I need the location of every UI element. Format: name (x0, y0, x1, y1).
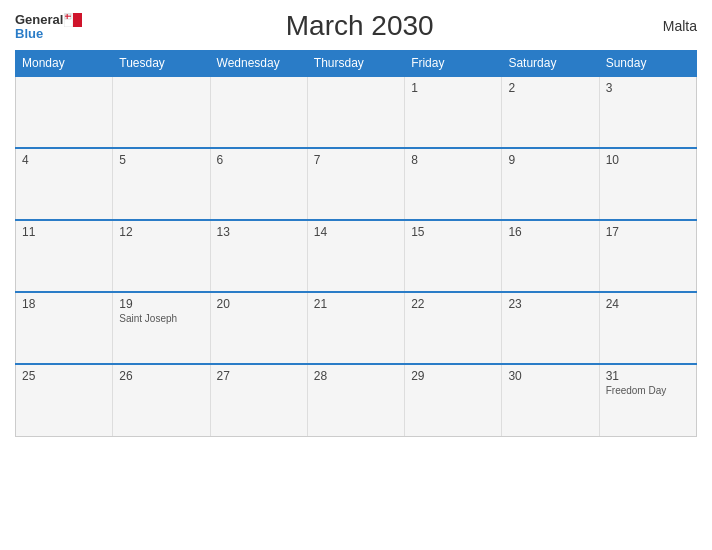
day-number: 9 (508, 153, 592, 167)
calendar-day-cell: 14 (307, 220, 404, 292)
col-tuesday: Tuesday (113, 51, 210, 77)
col-friday: Friday (405, 51, 502, 77)
calendar-day-cell: 28 (307, 364, 404, 436)
calendar-day-cell: 19Saint Joseph (113, 292, 210, 364)
page-title: March 2030 (82, 10, 637, 42)
calendar-day-cell: 22 (405, 292, 502, 364)
calendar-day-cell: 2 (502, 76, 599, 148)
calendar-week-row: 45678910 (16, 148, 697, 220)
calendar-day-cell: 31Freedom Day (599, 364, 696, 436)
day-number: 2 (508, 81, 592, 95)
svg-rect-4 (65, 15, 71, 17)
calendar-day-cell: 10 (599, 148, 696, 220)
day-number: 21 (314, 297, 398, 311)
day-number: 11 (22, 225, 106, 239)
calendar-day-cell: 20 (210, 292, 307, 364)
calendar-day-cell: 6 (210, 148, 307, 220)
calendar-week-row: 123 (16, 76, 697, 148)
day-number: 12 (119, 225, 203, 239)
holiday-label: Freedom Day (606, 385, 690, 396)
day-number: 4 (22, 153, 106, 167)
day-number: 17 (606, 225, 690, 239)
col-wednesday: Wednesday (210, 51, 307, 77)
day-number: 1 (411, 81, 495, 95)
calendar-day-cell (113, 76, 210, 148)
calendar-day-cell: 9 (502, 148, 599, 220)
calendar-day-cell: 7 (307, 148, 404, 220)
calendar-table: Monday Tuesday Wednesday Thursday Friday… (15, 50, 697, 437)
calendar-day-cell: 23 (502, 292, 599, 364)
day-number: 31 (606, 369, 690, 383)
page: General Blue March 2030 Malta Monday (0, 0, 712, 550)
day-number: 14 (314, 225, 398, 239)
day-number: 28 (314, 369, 398, 383)
calendar-day-cell: 21 (307, 292, 404, 364)
calendar-day-cell: 3 (599, 76, 696, 148)
calendar-day-cell: 8 (405, 148, 502, 220)
day-number: 10 (606, 153, 690, 167)
day-number: 18 (22, 297, 106, 311)
day-number: 16 (508, 225, 592, 239)
calendar-day-cell: 16 (502, 220, 599, 292)
day-number: 6 (217, 153, 301, 167)
svg-rect-0 (64, 13, 73, 27)
col-saturday: Saturday (502, 51, 599, 77)
day-number: 25 (22, 369, 106, 383)
col-monday: Monday (16, 51, 113, 77)
logo: General Blue (15, 13, 82, 40)
day-number: 26 (119, 369, 203, 383)
day-number: 8 (411, 153, 495, 167)
calendar-day-cell (16, 76, 113, 148)
calendar-day-cell: 15 (405, 220, 502, 292)
day-number: 15 (411, 225, 495, 239)
day-number: 23 (508, 297, 592, 311)
day-number: 30 (508, 369, 592, 383)
calendar-day-cell: 26 (113, 364, 210, 436)
logo-blue: Blue (15, 27, 43, 40)
calendar-day-cell (210, 76, 307, 148)
calendar-day-cell: 1 (405, 76, 502, 148)
country-label: Malta (637, 18, 697, 34)
calendar-day-cell: 18 (16, 292, 113, 364)
day-number: 29 (411, 369, 495, 383)
day-number: 24 (606, 297, 690, 311)
logo-flag-icon (64, 13, 82, 27)
day-number: 13 (217, 225, 301, 239)
calendar-day-cell: 12 (113, 220, 210, 292)
calendar-day-cell: 25 (16, 364, 113, 436)
day-number: 22 (411, 297, 495, 311)
calendar-day-cell: 30 (502, 364, 599, 436)
col-thursday: Thursday (307, 51, 404, 77)
day-number: 20 (217, 297, 301, 311)
calendar-day-cell: 4 (16, 148, 113, 220)
calendar-day-cell: 5 (113, 148, 210, 220)
calendar-header-row: Monday Tuesday Wednesday Thursday Friday… (16, 51, 697, 77)
calendar-week-row: 25262728293031Freedom Day (16, 364, 697, 436)
calendar-day-cell: 17 (599, 220, 696, 292)
day-number: 7 (314, 153, 398, 167)
header: General Blue March 2030 Malta (15, 10, 697, 42)
calendar-day-cell: 29 (405, 364, 502, 436)
day-number: 3 (606, 81, 690, 95)
day-number: 19 (119, 297, 203, 311)
day-number: 27 (217, 369, 301, 383)
calendar-day-cell (307, 76, 404, 148)
holiday-label: Saint Joseph (119, 313, 203, 324)
calendar-week-row: 11121314151617 (16, 220, 697, 292)
calendar-day-cell: 27 (210, 364, 307, 436)
day-number: 5 (119, 153, 203, 167)
calendar-week-row: 1819Saint Joseph2021222324 (16, 292, 697, 364)
logo-general: General (15, 13, 63, 26)
svg-rect-1 (73, 13, 82, 27)
calendar-day-cell: 13 (210, 220, 307, 292)
col-sunday: Sunday (599, 51, 696, 77)
calendar-day-cell: 24 (599, 292, 696, 364)
calendar-day-cell: 11 (16, 220, 113, 292)
